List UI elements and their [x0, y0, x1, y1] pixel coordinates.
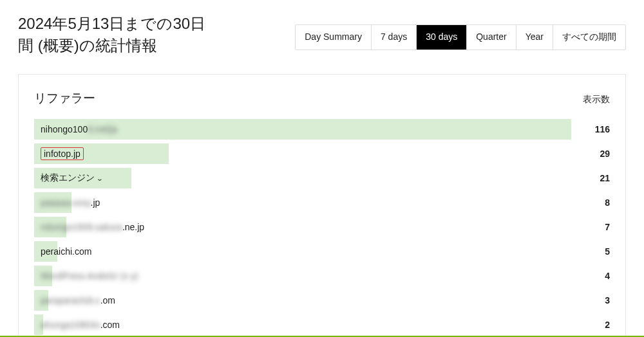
period-tabs: Day Summary7 days30 daysQuarterYearすべての期…: [295, 24, 626, 50]
tab-year[interactable]: Year: [516, 25, 553, 50]
referrer-row: ndunigo1909.sakura.ne.jp7: [34, 215, 610, 239]
referrer-row: WordPress AndoGr (x y)4: [34, 264, 610, 288]
referrer-bar-wrap: nihongo1000.net/ja: [34, 117, 571, 141]
tab-day-summary[interactable]: Day Summary: [296, 25, 372, 50]
referrer-label[interactable]: paraparaclub.c.om: [41, 295, 115, 305]
referrer-count: 3: [582, 295, 610, 305]
referrer-text: .ne.jp: [122, 222, 144, 232]
referrer-count: 4: [582, 271, 610, 281]
referrer-row: peraichi.com5: [34, 239, 610, 264]
referrer-count: 5: [582, 246, 610, 257]
referrer-label[interactable]: peraichi.com: [41, 246, 91, 257]
tab-すべての期間[interactable]: すべての期間: [553, 25, 625, 50]
referrer-label[interactable]: nihongo1000.net/ja: [41, 124, 117, 134]
tab-30-days[interactable]: 30 days: [417, 25, 467, 50]
referrer-text: .jp: [91, 197, 100, 208]
referrer-row: paaaaa.xxxy.jp8: [34, 190, 610, 215]
tab-7-days[interactable]: 7 days: [372, 25, 417, 50]
referrer-label[interactable]: ahunga10804x.com: [41, 320, 120, 330]
referrer-blur: 0.net/ja: [88, 124, 117, 134]
referrer-blur: ahunga10804x: [41, 320, 100, 330]
referrer-text: 検索エンジン: [41, 172, 95, 183]
referrer-blur: paraparaclub.c: [41, 295, 100, 305]
referrer-count: 21: [582, 173, 610, 183]
referrer-text: peraichi.com: [41, 246, 91, 257]
referrer-row: 検索エンジン⌄21: [34, 166, 610, 190]
referrer-blur: paaaaa.xxxy: [41, 197, 91, 208]
referrer-bar-wrap: peraichi.com: [34, 239, 571, 264]
referrer-blur: WordPress AndoGr (x y): [41, 271, 138, 281]
referrer-bar-wrap: paraparaclub.c.om: [34, 288, 571, 313]
referrer-bar-wrap: infotop.jp: [34, 141, 571, 166]
views-column-label: 表示数: [583, 94, 610, 105]
tab-quarter[interactable]: Quarter: [467, 25, 516, 50]
referrer-bar-wrap: ahunga10804x.com: [34, 313, 571, 337]
referrer-bar-wrap: ndunigo1909.sakura.ne.jp: [34, 215, 571, 239]
referrer-label[interactable]: ndunigo1909.sakura.ne.jp: [41, 222, 144, 232]
referrer-label-expandable[interactable]: 検索エンジン⌄: [41, 172, 102, 184]
referrer-bar-wrap: paaaaa.xxxy.jp: [34, 190, 571, 215]
referrer-count: 7: [582, 222, 610, 232]
page-title: 2024年5月13日までの30日間 (概要)の統計情報: [18, 13, 211, 56]
referrer-text: infotop.jp: [44, 149, 80, 159]
referrer-text: .com: [100, 320, 120, 330]
referrer-text: nihongo100: [41, 124, 88, 134]
referrer-blur: ndunigo1909.sakura: [41, 222, 122, 232]
referrer-count: 8: [582, 197, 610, 208]
referrer-label[interactable]: infotop.jp: [41, 147, 84, 160]
referrer-bar-wrap: WordPress AndoGr (x y): [34, 264, 571, 288]
chevron-down-icon[interactable]: ⌄: [96, 175, 103, 182]
referrers-title: リファラー: [34, 90, 95, 107]
referrer-label[interactable]: WordPress AndoGr (x y): [41, 271, 138, 281]
referrer-count: 29: [582, 149, 610, 159]
referrer-bar-wrap: 検索エンジン⌄: [34, 166, 571, 190]
referrer-text: .om: [100, 295, 115, 305]
referrer-row: infotop.jp29: [34, 141, 610, 166]
referrer-count: 116: [582, 124, 610, 134]
referrer-label[interactable]: paaaaa.xxxy.jp: [41, 197, 100, 208]
referrer-row: nihongo1000.net/ja116: [34, 117, 610, 141]
referrer-count: 2: [582, 320, 610, 330]
referrers-card: リファラー 表示数 nihongo1000.net/ja116infotop.j…: [18, 74, 626, 337]
referrer-row: paraparaclub.c.om3: [34, 288, 610, 313]
referrer-row: ahunga10804x.com2: [34, 313, 610, 337]
